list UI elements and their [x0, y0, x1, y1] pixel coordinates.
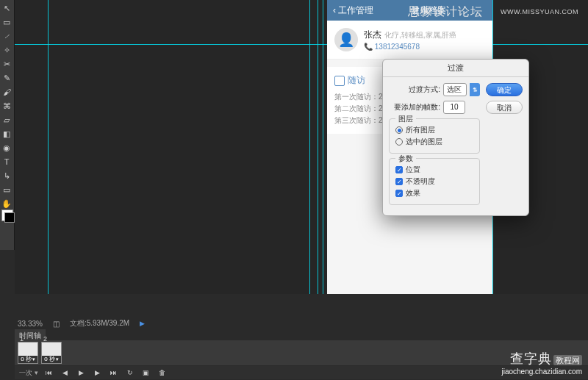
watermark-forum: 思缘设计论坛 [408, 4, 483, 20]
play-button[interactable]: ▶ [76, 368, 87, 377]
tool-wand[interactable]: ✧ [0, 43, 13, 57]
checkbox-icon: ✓ [395, 178, 403, 185]
radio-all-layers[interactable]: 所有图层 [395, 125, 473, 135]
tool-shape[interactable]: ▭ [0, 183, 13, 196]
radio-selected-layers[interactable]: 选中的图层 [395, 137, 473, 147]
tool-type[interactable]: T [0, 155, 13, 168]
checkbox-icon: ✓ [395, 166, 403, 173]
next-frame-button[interactable]: ▶ [93, 368, 103, 377]
tool-eyedropper[interactable]: ✎ [0, 71, 13, 85]
timeline-frame[interactable]: 20 秒 [41, 342, 62, 364]
params-group: 参数 ✓位置 ✓不透明度 ✓效果 [389, 158, 480, 205]
background-color-swatch[interactable] [4, 212, 15, 223]
visit-title: 随访 [348, 74, 365, 87]
tween-button[interactable]: ↻ [125, 368, 135, 377]
tool-stamp[interactable]: ⌘ [0, 99, 13, 112]
dialog-title: 过渡 [383, 60, 528, 77]
footer-watermark: 查字典教程网 jiaocheng.chazidian.com [501, 350, 582, 376]
guide-horizontal [15, 44, 588, 45]
last-frame-button[interactable]: ⏭ [109, 368, 119, 377]
transition-dialog: 过渡 确定 取消 过渡方式: 选区 ⇅ 要添加的帧数: 10 图层 所有图层 选… [382, 59, 529, 216]
timeline-frame[interactable]: 10 秒 [18, 342, 38, 364]
arrow-right-icon[interactable]: ▶ [140, 320, 145, 327]
checkbox-icon: ✓ [395, 190, 403, 197]
tool-hand[interactable]: ✋ [0, 197, 13, 210]
status-bar: 33.33% ◫ 文档:5.93M/39.2M ▶ [15, 318, 588, 329]
delete-frame-button[interactable]: 🗑 [157, 368, 168, 377]
clipboard-icon [334, 76, 345, 86]
frames-label: 要添加的帧数: [389, 102, 440, 112]
first-frame-button[interactable]: ⏮ [44, 368, 54, 377]
radio-icon [395, 126, 403, 134]
guide-vertical [309, 0, 310, 294]
new-frame-button[interactable]: ▣ [141, 368, 151, 377]
layers-group-title: 图层 [395, 114, 416, 124]
check-opacity[interactable]: ✓不透明度 [395, 176, 473, 187]
toggle-icon[interactable]: ◫ [53, 320, 60, 328]
frame-time[interactable]: 0 秒 [42, 356, 61, 363]
tool-lasso[interactable]: ⟋ [0, 29, 13, 43]
params-group-title: 参数 [395, 154, 416, 164]
frame-time[interactable]: 0 秒 [18, 356, 37, 363]
contact-phone: 📞 13812345678 [364, 43, 456, 51]
footer-url: jiaocheng.chazidian.com [501, 368, 582, 376]
radio-icon [395, 138, 403, 146]
tool-path[interactable]: ↳ [0, 169, 13, 182]
tool-blur[interactable]: ◉ [0, 141, 13, 154]
tool-gradient[interactable]: ◧ [0, 127, 13, 140]
doc-size: 文档:5.93M/39.2M [70, 318, 129, 329]
loop-mode[interactable]: 一次 ▾ [19, 368, 38, 378]
ok-button[interactable]: 确定 [486, 83, 523, 96]
cancel-button[interactable]: 取消 [486, 101, 523, 114]
tool-move[interactable]: ↖ [0, 1, 13, 15]
avatar-icon: 👤 [334, 28, 358, 51]
tool-marquee[interactable]: ▭ [0, 15, 13, 29]
contact-tags: 化疗,转移组,家属,肝癌 [384, 31, 456, 39]
check-position[interactable]: ✓位置 [395, 165, 473, 175]
select-stepper-icon[interactable]: ⇅ [470, 83, 480, 96]
tool-brush[interactable]: 🖌 [0, 85, 13, 98]
guide-vertical [323, 0, 323, 294]
watermark-url: WWW.MISSYUAN.COM [501, 8, 578, 15]
contact-name: 张杰 [364, 29, 381, 40]
method-select[interactable]: 选区 [443, 83, 467, 96]
guide-vertical [48, 0, 49, 294]
mockup-contact-card: 👤 张杰化疗,转移组,家属,肝癌 📞 13812345678 [327, 21, 492, 60]
guide-vertical [318, 0, 318, 294]
prev-frame-button[interactable]: ◀ [60, 368, 71, 377]
tool-eraser[interactable]: ▱ [0, 113, 13, 126]
zoom-level[interactable]: 33.33% [18, 320, 43, 328]
frames-input[interactable]: 10 [443, 101, 465, 114]
layers-group: 图层 所有图层 选中的图层 [389, 118, 480, 154]
tool-crop[interactable]: ✂ [0, 57, 13, 71]
check-effect[interactable]: ✓效果 [395, 188, 473, 198]
method-label: 过渡方式: [389, 85, 440, 95]
